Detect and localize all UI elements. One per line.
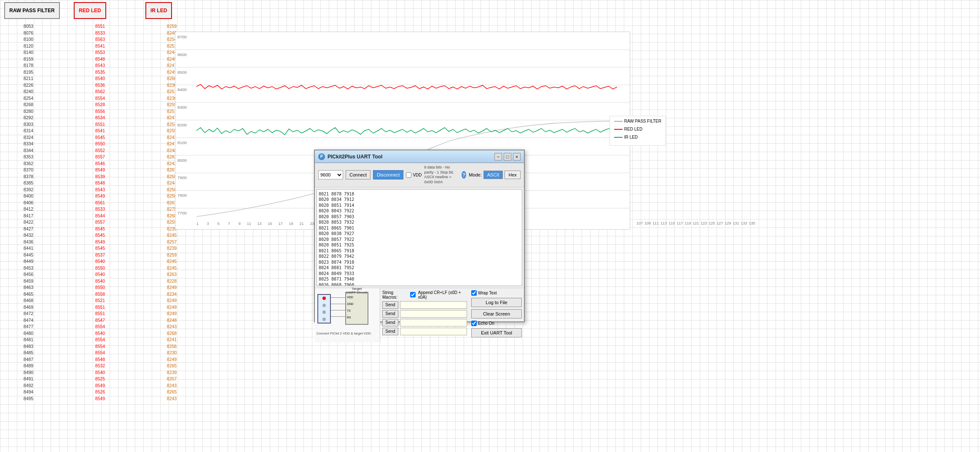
red-data-value: 8551 (76, 310, 124, 317)
raw-data-value: 8417 (4, 213, 53, 219)
wrap-text-checkbox[interactable] (471, 290, 477, 296)
svg-text:8600: 8600 (177, 52, 187, 57)
raw-data-value: 8324 (4, 134, 53, 141)
red-data-value: 8543 (76, 62, 124, 69)
macro-input-2[interactable] (400, 310, 467, 318)
restore-button[interactable]: □ (504, 153, 511, 160)
raw-data-value: 8456 (4, 271, 53, 278)
raw-data-value: 8303 (4, 121, 53, 128)
terminal-line: 8020 8053 7932 (319, 219, 520, 225)
macro-send-3[interactable]: Send (382, 319, 398, 326)
x-axis-right: 1071091111131151171191211231251271291311… (636, 221, 757, 225)
svg-text:9: 9 (239, 222, 241, 226)
ir-data-value: 8249 (148, 356, 196, 363)
ir-data-value: 8265 (148, 389, 196, 396)
append-crlf-checkbox[interactable] (410, 292, 416, 297)
svg-text:1: 1 (196, 222, 199, 226)
red-data-value: 8540 (76, 278, 124, 285)
svg-text:7800: 7800 (177, 193, 187, 198)
raw-data-value: 8314 (4, 128, 53, 134)
raw-data-value: 8445 (4, 252, 53, 259)
terminal-line: 8020 8038 7927 (319, 231, 520, 237)
terminal-line: 8020 8051 7925 (319, 242, 520, 248)
raw-data-value: 8481 (4, 337, 53, 343)
raw-data-value: 8268 (4, 102, 53, 108)
svg-text:8500: 8500 (177, 70, 187, 75)
exit-uart-tool-button[interactable]: Exit UART Tool (471, 328, 522, 337)
ir-data-value: 8234 (148, 291, 196, 298)
svg-text:5: 5 (217, 222, 220, 226)
red-data-value: 8553 (76, 49, 124, 56)
red-data-value: 8525 (76, 376, 124, 382)
ir-data-value: 8265 (148, 363, 196, 369)
raw-data-value: 8280 (4, 108, 53, 115)
red-data-value: 8548 (76, 56, 124, 63)
chart-legend: RAW PASS FILTER RED LED IR LED (609, 116, 666, 146)
red-data-value: 8550 (76, 141, 124, 147)
terminal-line: 8020 8034 7912 (319, 197, 520, 203)
red-data-value: 8554 (76, 350, 124, 356)
raw-data-value: 8195 (4, 69, 53, 76)
minimize-button[interactable]: − (494, 153, 502, 160)
red-data-value: 8556 (76, 108, 124, 115)
legend-ir-line (614, 137, 623, 138)
red-data-value: 8563 (76, 36, 124, 43)
uart-terminal[interactable]: 8021 8078 79188020 8034 79128020 8051 79… (317, 189, 522, 286)
raw-data-value: 8490 (4, 369, 53, 376)
ir-data-value: 8249 (148, 310, 196, 317)
red-data-value: 8548 (76, 180, 124, 187)
macro-input-1[interactable] (400, 301, 467, 309)
uart-title-left: P PICkit2Plus UART Tool (318, 153, 382, 160)
vdd-checkbox[interactable] (406, 172, 411, 178)
uart-window-buttons[interactable]: − □ × (494, 153, 521, 160)
macros-header: String Macros: Append CR+LF (x0D + x0A) (382, 290, 467, 300)
raw-data-value: 8378 (4, 174, 53, 180)
raw-data-value: 8469 (4, 304, 53, 311)
uart-circuit-diagram: TargetUART Circuit VDD GND TX RX Connect… (315, 288, 380, 342)
mode-ascii-button[interactable]: ASCII (483, 171, 503, 179)
red-data-value: 8532 (76, 363, 124, 369)
red-data-value: 8541 (76, 43, 124, 50)
macro-input-3[interactable] (400, 319, 467, 326)
disconnect-button[interactable]: Disconnect (373, 170, 403, 179)
connect-button[interactable]: Connect (346, 170, 371, 179)
red-data-value: 8551 (76, 304, 124, 311)
macro-row-3: Send (382, 319, 467, 326)
vdd-checkbox-group[interactable]: VDD (406, 172, 422, 178)
uart-macros: String Macros: Append CR+LF (x0D + x0A) … (380, 288, 469, 342)
header-ir-label: IR LED (145, 2, 172, 19)
terminal-line: 8020 8043 7922 (319, 208, 520, 214)
ir-data-value: 8249 (148, 304, 196, 311)
close-button[interactable]: × (513, 153, 521, 160)
help-button[interactable]: ? (462, 171, 466, 179)
svg-text:8100: 8100 (177, 140, 187, 145)
raw-data-column: 8053807681008120814081598178819582118226… (4, 23, 53, 402)
svg-text:7700: 7700 (177, 211, 187, 215)
baud-rate-select[interactable]: 9600 19200 38400 57600 115200 (318, 170, 343, 179)
terminal-line: 8020 8051 7914 (319, 203, 520, 209)
macro-input-4[interactable] (400, 328, 467, 335)
uart-toolbar: 9600 19200 38400 57600 115200 Connect Di… (315, 163, 524, 187)
red-data-value: 8545 (76, 232, 124, 239)
macro-send-1[interactable]: Send (382, 301, 398, 309)
uart-icon: P (318, 153, 325, 160)
append-crlf-label: Append CR+LF (x0D + x0A) (418, 290, 467, 300)
mode-hex-button[interactable]: Hex (505, 171, 521, 179)
raw-data-value: 8254 (4, 95, 53, 102)
red-data-value: 8549 (76, 239, 124, 246)
macro-send-4[interactable]: Send (382, 328, 398, 335)
red-data-value: 8554 (76, 337, 124, 343)
raw-data-value: 8459 (4, 278, 53, 285)
svg-text:7900: 7900 (177, 176, 187, 180)
echo-on-checkbox[interactable] (471, 321, 477, 326)
red-data-value: 8550 (76, 284, 124, 291)
raw-data-value: 8240 (4, 88, 53, 95)
echo-on-label: Echo On (478, 321, 494, 326)
macro-row-4: Send (382, 328, 467, 335)
terminal-line: 8020 8057 7922 (319, 237, 520, 243)
log-to-file-button[interactable]: Log to File (471, 298, 522, 307)
clear-screen-button[interactable]: Clear Screen (471, 309, 522, 318)
ir-data-value: 8245 (148, 232, 196, 239)
macro-send-2[interactable]: Send (382, 310, 398, 318)
raw-data-value: 8441 (4, 245, 53, 252)
